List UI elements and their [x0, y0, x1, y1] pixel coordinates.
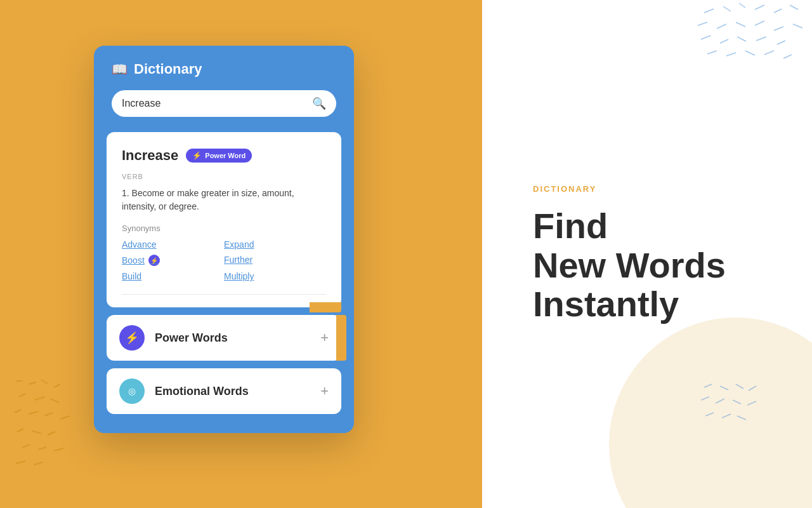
- svg-line-12: [32, 431, 41, 434]
- svg-line-27: [736, 22, 745, 27]
- svg-line-36: [707, 51, 717, 54]
- svg-line-24: [790, 5, 798, 10]
- badge-bolt-icon: ⚡: [192, 151, 202, 160]
- svg-line-32: [720, 39, 728, 43]
- svg-line-16: [54, 448, 63, 451]
- synonym-build-wrap: Build: [122, 271, 224, 281]
- svg-line-21: [739, 3, 745, 8]
- app-title: Dictionary: [134, 61, 202, 77]
- svg-line-38: [745, 51, 755, 55]
- svg-line-45: [701, 397, 709, 400]
- svg-line-23: [774, 9, 782, 13]
- book-icon: 📖: [112, 62, 128, 77]
- section-label: DICTIONARY: [533, 184, 774, 194]
- svg-line-41: [704, 384, 712, 387]
- svg-line-35: [777, 41, 785, 44]
- power-word-badge: ⚡ Power Word: [186, 149, 252, 163]
- svg-line-46: [716, 399, 724, 403]
- def-text: Become or make greater in size, amount, …: [122, 188, 294, 211]
- deco-ticks-top-right: [685, 0, 812, 102]
- svg-line-34: [756, 37, 766, 41]
- svg-line-30: [793, 24, 802, 28]
- svg-line-6: [51, 399, 59, 403]
- svg-line-22: [755, 5, 764, 10]
- svg-line-29: [774, 27, 783, 30]
- svg-line-19: [704, 9, 714, 13]
- synonym-multiply-wrap: Multiply: [224, 271, 326, 281]
- synonym-boost[interactable]: Boost ⚡: [122, 255, 224, 266]
- synonym-further-text: Further: [224, 255, 252, 265]
- right-panel: DICTIONARY Find New Words Instantly: [482, 0, 812, 508]
- svg-line-20: [723, 6, 731, 11]
- hero-title: Find New Words Instantly: [533, 206, 774, 324]
- search-icon: 🔍: [312, 97, 326, 110]
- definition-card: Increase ⚡ Power Word VERB 1. Become or …: [107, 132, 341, 307]
- svg-line-43: [736, 384, 743, 389]
- svg-line-17: [16, 461, 25, 464]
- hero-line2: New Words: [533, 246, 774, 285]
- deco-ticks-bottom-left: [10, 375, 79, 470]
- right-content: DICTIONARY Find New Words Instantly: [533, 184, 774, 324]
- svg-line-4: [19, 394, 25, 397]
- svg-line-49: [705, 413, 714, 416]
- emotional-icon: ◎: [128, 386, 136, 396]
- deco-ticks-bottom-right: [698, 381, 761, 432]
- svg-line-9: [44, 413, 53, 416]
- emotional-words-card[interactable]: ◎ Emotional Words +: [107, 368, 341, 414]
- svg-line-31: [701, 36, 710, 39]
- hero-line3: Instantly: [533, 284, 774, 324]
- svg-line-47: [733, 400, 741, 404]
- synonyms-label: Synonyms: [122, 224, 326, 233]
- emotional-words-expand-icon: +: [320, 383, 329, 399]
- left-panel: 📖 Dictionary 🔍 Increase ⚡ Power Word VER…: [0, 0, 482, 508]
- synonym-build-text: Build: [122, 271, 141, 281]
- svg-line-10: [60, 416, 70, 419]
- svg-line-39: [764, 51, 774, 55]
- svg-line-1: [29, 382, 36, 384]
- power-bolt-icon: ⚡: [125, 331, 139, 345]
- svg-line-18: [34, 462, 43, 465]
- hero-line1: Find: [533, 206, 774, 246]
- emotional-words-icon-wrap: ◎: [119, 378, 145, 404]
- synonym-multiply-text: Multiply: [224, 271, 254, 281]
- divider: [122, 294, 326, 295]
- power-words-card[interactable]: ⚡ Power Words +: [107, 315, 341, 361]
- app-card: 📖 Dictionary 🔍 Increase ⚡ Power Word VER…: [94, 46, 354, 433]
- synonym-bolt-icon: ⚡: [148, 255, 160, 266]
- svg-line-28: [755, 21, 764, 25]
- synonym-boost-wrap: Boost ⚡: [122, 255, 224, 266]
- badge-label: Power Word: [205, 152, 246, 159]
- synonym-expand[interactable]: Expand: [224, 239, 326, 250]
- svg-line-44: [749, 386, 756, 391]
- svg-line-7: [15, 410, 21, 413]
- pos-label: VERB: [122, 173, 326, 180]
- word-title: Increase: [122, 147, 178, 164]
- svg-line-42: [720, 386, 728, 390]
- search-bar[interactable]: 🔍: [112, 90, 336, 117]
- svg-line-48: [747, 401, 756, 405]
- synonym-multiply[interactable]: Multiply: [224, 271, 326, 281]
- synonym-advance[interactable]: Advance: [122, 239, 224, 250]
- synonym-advance-text: Advance: [122, 239, 156, 250]
- power-words-expand-icon: +: [320, 330, 329, 346]
- word-header: Increase ⚡ Power Word: [122, 147, 326, 164]
- power-words-icon-wrap: ⚡: [119, 325, 145, 351]
- svg-line-5: [35, 397, 44, 400]
- search-input[interactable]: [122, 98, 306, 109]
- synonym-further-wrap: Further: [224, 255, 326, 266]
- emotional-words-label: Emotional Words: [155, 385, 310, 398]
- synonym-build[interactable]: Build: [122, 271, 224, 281]
- synonym-boost-text: Boost: [122, 255, 145, 265]
- svg-line-33: [737, 37, 746, 41]
- svg-line-14: [22, 444, 30, 448]
- svg-line-51: [737, 416, 746, 420]
- power-words-label: Power Words: [155, 331, 310, 345]
- svg-line-15: [38, 447, 46, 450]
- synonym-expand-text: Expand: [224, 239, 254, 250]
- svg-line-13: [48, 432, 55, 435]
- svg-line-40: [783, 55, 792, 58]
- svg-line-2: [41, 380, 48, 384]
- def-number: 1.: [122, 188, 132, 198]
- synonym-further[interactable]: Further: [224, 255, 326, 265]
- svg-line-50: [722, 414, 731, 418]
